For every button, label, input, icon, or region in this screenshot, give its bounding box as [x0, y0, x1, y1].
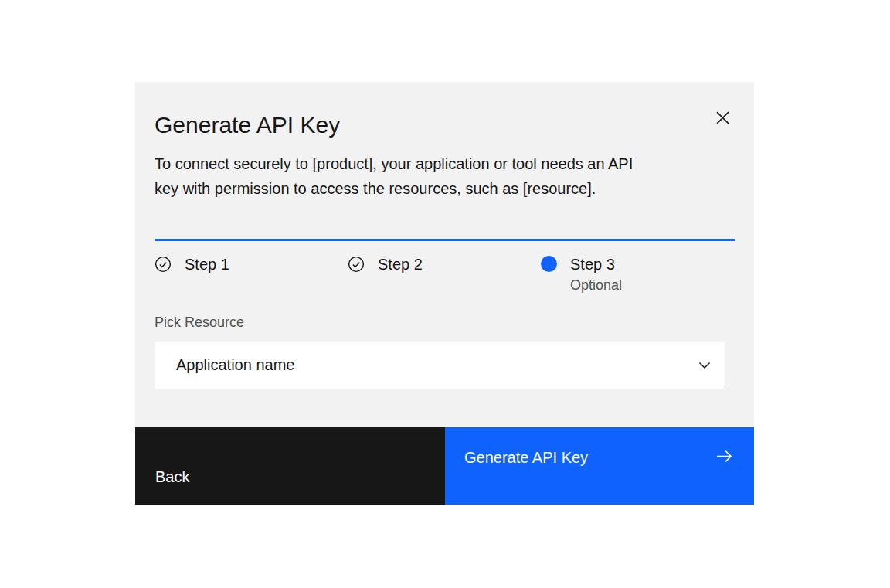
chevron-down-icon [698, 362, 711, 369]
arrow-right-icon [716, 450, 732, 463]
progress-indicator: Step 1 Step 2 [155, 239, 735, 294]
step-label: Step 2 [378, 256, 423, 273]
check-circle-icon [155, 256, 172, 273]
progress-steps: Step 1 Step 2 [155, 256, 735, 294]
generate-api-key-modal: Generate API Key To connect securely to … [135, 82, 754, 505]
progress-track [155, 239, 735, 241]
step-sublabel: Optional [570, 277, 622, 294]
description-line-1: To connect securely to [product], your a… [155, 151, 735, 176]
resource-dropdown[interactable]: Application name [155, 342, 725, 389]
progress-step-3[interactable]: Step 3 Optional [541, 256, 734, 294]
modal-description: To connect securely to [product], your a… [155, 151, 735, 201]
pick-resource-label: Pick Resource [155, 314, 735, 330]
description-line-2: key with permission to access the resour… [155, 176, 735, 201]
step-label: Step 1 [185, 256, 229, 273]
current-step-dot-icon [541, 256, 557, 272]
close-button[interactable] [705, 100, 739, 134]
pick-resource-group: Pick Resource Application name [155, 314, 735, 389]
check-circle-icon [348, 256, 365, 273]
back-button[interactable]: Back [135, 427, 445, 505]
modal-title: Generate API Key [155, 82, 735, 141]
progress-step-2[interactable]: Step 2 [348, 256, 541, 294]
close-icon [716, 111, 729, 124]
generate-button-label: Generate API Key [464, 449, 588, 467]
modal-footer: Back Generate API Key [135, 427, 754, 505]
step-label: Step 3 [570, 256, 622, 273]
dropdown-selected-value: Application name [176, 356, 294, 374]
progress-step-1[interactable]: Step 1 [155, 256, 348, 294]
modal-content: Generate API Key To connect securely to … [135, 82, 754, 389]
generate-api-key-button[interactable]: Generate API Key [445, 427, 754, 505]
